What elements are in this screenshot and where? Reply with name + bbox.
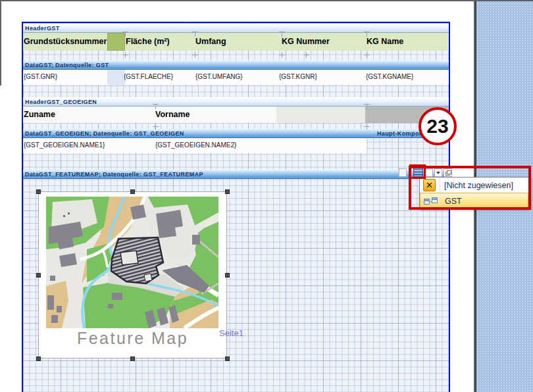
band-bar-data-gst[interactable]: DataGST; Datenquelle: GST bbox=[23, 61, 449, 70]
featuremap-picture-object[interactable]: Feature Map bbox=[38, 191, 227, 358]
drag-handle-top-left[interactable] bbox=[36, 189, 41, 194]
header-cell-light-gray[interactable] bbox=[276, 107, 365, 123]
smart-tag-datasource-icon[interactable] bbox=[413, 167, 423, 177]
feature-map-image bbox=[46, 197, 218, 328]
column-header-flaeche[interactable]: Fläche (m²) bbox=[126, 33, 170, 51]
drag-handle-top-mid[interactable] bbox=[130, 189, 135, 194]
drag-handle-mid-right[interactable] bbox=[225, 273, 230, 278]
datasource-dropdown-menu: ✕ [Nicht zugewiesen] GST bbox=[419, 177, 529, 208]
smart-tag-blank-icon-2[interactable] bbox=[425, 168, 433, 177]
drag-handle-bottom-mid[interactable] bbox=[130, 356, 135, 361]
data-cell-spacer[interactable] bbox=[107, 70, 125, 85]
column-header-vorname[interactable]: Vorname bbox=[155, 107, 190, 123]
field-gst-gnr[interactable]: {GST.GNR} bbox=[24, 70, 57, 85]
field-geoeigen-name2[interactable]: {GST_GEOEIGEN.NAME2} bbox=[155, 138, 236, 153]
band-title: HeaderGST_GEOEIGEN bbox=[25, 99, 97, 105]
menu-item-gst[interactable]: GST bbox=[420, 193, 528, 208]
report-designer-surface: HeaderGST Grundstücksnummer Fläche (m²) … bbox=[0, 0, 533, 392]
band-bar-header-geoeigen[interactable]: HeaderGST_GEOEIGEN bbox=[23, 97, 449, 107]
capture-border-top bbox=[0, 0, 533, 1]
menu-item-nicht-zugewiesen[interactable]: ✕ [Nicht zugewiesen] bbox=[420, 178, 528, 193]
column-header-kg-nummer[interactable]: KG Nummer bbox=[282, 33, 330, 51]
column-header-zuname[interactable]: Zuname bbox=[24, 107, 55, 123]
band-bar-data-geoeigen[interactable]: DataGST_GEOEIGEN; Datenquelle: GST_GEOEI… bbox=[23, 129, 449, 138]
drag-handle-top-right[interactable] bbox=[225, 189, 230, 194]
column-header-kg-name[interactable]: KG Name bbox=[367, 33, 403, 51]
copy-icon[interactable] bbox=[444, 168, 452, 177]
band-title: DataGST_FEATUREMAP; Datenquelle: GST_FEA… bbox=[25, 171, 203, 178]
step-callout-circle: 23 bbox=[419, 107, 457, 145]
drag-handle-bottom-left[interactable] bbox=[36, 356, 41, 361]
field-gst-kgname[interactable]: {GST.KGNAME} bbox=[366, 70, 413, 85]
page-name-label: Seite1 bbox=[219, 328, 243, 338]
field-geoeigen-name1[interactable]: {GST_GEOEIGEN.NAME1} bbox=[24, 138, 105, 153]
field-gst-kgnr[interactable]: {GST.KGNR} bbox=[279, 70, 317, 85]
capture-border-left bbox=[0, 0, 1, 86]
header-cell-spacer[interactable] bbox=[107, 33, 125, 51]
band-title: DataGST_GEOEIGEN; Datenquelle: GST_GEOEI… bbox=[25, 130, 184, 137]
smart-tag-blank-icon[interactable] bbox=[399, 168, 407, 177]
column-header-grundstuecksnummer[interactable]: Grundstücksnummer bbox=[24, 33, 107, 51]
drag-handle-mid-left[interactable] bbox=[36, 273, 41, 278]
x-icon: ✕ bbox=[423, 179, 436, 191]
column-header-umfang[interactable]: Umfang bbox=[195, 33, 226, 51]
band-title: DataGST; Datenquelle: GST bbox=[25, 62, 109, 68]
field-gst-flaeche[interactable]: {GST.FLAECHE} bbox=[124, 70, 173, 85]
field-gst-umfang[interactable]: {GST.UMFANG} bbox=[195, 70, 243, 85]
drag-handle-bottom-right[interactable] bbox=[225, 356, 230, 361]
feature-map-caption: Feature Map bbox=[39, 329, 226, 348]
dropdown-arrow-icon[interactable] bbox=[434, 168, 442, 177]
band-bar-header-gst[interactable]: HeaderGST bbox=[23, 24, 449, 33]
band-title: HeaderGST bbox=[25, 25, 60, 32]
table-relation-icon bbox=[424, 197, 438, 205]
band-bar-data-featuremap[interactable]: DataGST_FEATUREMAP; Datenquelle: GST_FEA… bbox=[23, 170, 449, 179]
